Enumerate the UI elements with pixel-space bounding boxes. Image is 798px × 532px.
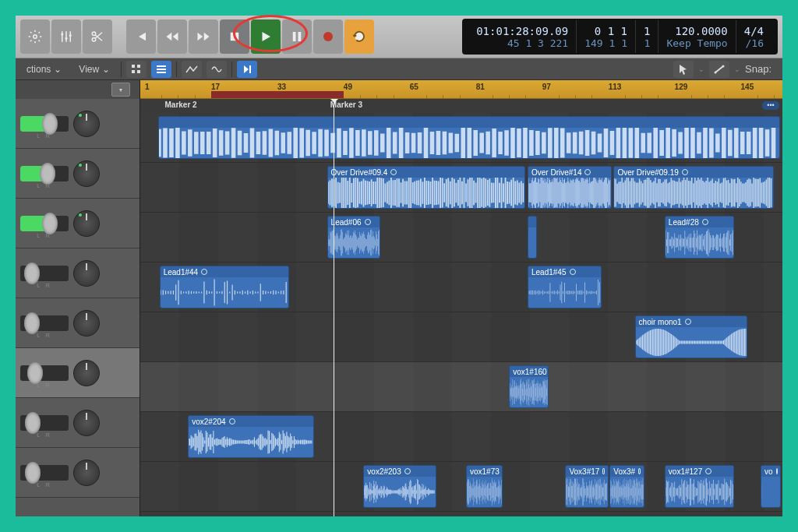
track-lane[interactable]: vox2#203vox1#73Vox3#17Vox3#vox1#127vo — [140, 462, 782, 512]
locator-top: 0 1 1 — [584, 25, 627, 37]
audio-region[interactable]: vox1#160 — [509, 365, 549, 408]
playhead[interactable] — [334, 99, 334, 516]
track-lane[interactable] — [140, 113, 782, 163]
track-lane[interactable]: vox2#204 — [140, 412, 782, 462]
ruler-tick: 33 — [277, 83, 286, 91]
audio-region[interactable] — [528, 216, 537, 259]
svg-rect-16 — [157, 72, 166, 73]
volume-fader[interactable] — [20, 415, 69, 431]
pointer-tool-icon[interactable] — [673, 61, 694, 78]
audio-region[interactable]: vo — [761, 465, 780, 508]
locator-bot: 149 1 1 — [584, 37, 627, 49]
svg-point-0 — [34, 35, 37, 39]
chevron-down-icon: ⌄ — [698, 65, 704, 73]
audio-region[interactable]: Over Drive#14 — [528, 166, 612, 209]
catch-playhead-icon[interactable] — [237, 61, 257, 78]
audio-region[interactable]: Lead1#45 — [528, 266, 602, 308]
arrange-area[interactable]: 1173349658197113129145 ••• Marker 2Marke… — [140, 80, 782, 516]
stop-button[interactable] — [220, 19, 249, 54]
audio-region[interactable]: vox2#203 — [363, 465, 436, 508]
mixer-icon[interactable] — [51, 19, 81, 54]
loop-icon — [685, 319, 691, 325]
rewind-button[interactable] — [157, 19, 187, 54]
audio-region[interactable]: Lead#28 — [665, 216, 734, 259]
forward-button[interactable] — [189, 19, 218, 54]
region-label: Lead1#44 — [164, 268, 199, 277]
volume-fader[interactable] — [20, 166, 69, 181]
tempo-value: 120.0000 — [666, 25, 727, 37]
functions-menu[interactable]: ctions⌄ — [20, 62, 68, 76]
scissors-icon[interactable] — [83, 19, 112, 54]
snap-menu[interactable]: Snap: — [745, 63, 778, 75]
pan-dial[interactable] — [73, 260, 100, 287]
pan-dial[interactable] — [73, 460, 100, 486]
chevron-down-icon: ⌄ — [734, 65, 740, 73]
volume-fader[interactable] — [20, 116, 69, 132]
pan-dial[interactable] — [73, 360, 100, 386]
track-lane[interactable]: Lead1#44Lead1#45 — [140, 262, 782, 312]
track-lane[interactable]: vox1#160 — [140, 362, 782, 412]
volume-fader[interactable] — [20, 266, 69, 281]
marker-lane[interactable]: ••• Marker 2Marker 3 — [140, 99, 782, 113]
pan-dial[interactable] — [73, 410, 100, 436]
audio-region[interactable]: Over Drive#09.4 — [327, 166, 526, 209]
view-menu[interactable]: View⌄ — [72, 62, 116, 76]
loop-icon — [390, 169, 397, 175]
flex-icon[interactable] — [207, 61, 227, 78]
audio-region[interactable]: choir mono1 — [635, 315, 747, 358]
ruler-tick: 1 — [145, 83, 150, 91]
volume-fader[interactable] — [20, 216, 69, 231]
loop-icon — [570, 269, 576, 275]
cycle-button[interactable] — [344, 19, 374, 54]
track-lane[interactable]: Over Drive#09.4Over Drive#14Over Drive#0… — [140, 163, 782, 213]
pause-button[interactable] — [282, 19, 312, 54]
cycle-range[interactable] — [211, 91, 344, 98]
audio-region[interactable] — [158, 116, 781, 159]
record-button[interactable] — [313, 19, 343, 54]
region-label: Over Drive#14 — [531, 168, 581, 177]
go-to-start-button[interactable] — [126, 19, 156, 54]
pan-dial[interactable] — [73, 111, 100, 137]
grid-view-icon[interactable] — [126, 61, 147, 78]
audio-region[interactable]: Vox3# — [609, 465, 644, 508]
audio-region[interactable]: Lead1#44 — [160, 266, 289, 308]
volume-fader[interactable] — [20, 465, 69, 481]
track-header[interactable]: L R — [16, 248, 139, 298]
track-lane[interactable]: Lead#06Lead#28 — [140, 213, 782, 262]
track-header[interactable]: L R — [16, 199, 139, 248]
track-lane[interactable]: choir mono1 — [140, 312, 782, 362]
track-header[interactable]: L R — [16, 99, 139, 149]
pan-dial[interactable] — [73, 310, 100, 336]
pan-dial[interactable] — [73, 160, 100, 187]
volume-fader[interactable] — [20, 365, 69, 381]
play-button[interactable] — [251, 19, 281, 54]
audio-region[interactable]: vox2#204 — [188, 415, 313, 458]
audio-region[interactable]: Vox3#17 — [565, 465, 608, 508]
svg-point-19 — [722, 65, 725, 67]
loop-icon — [776, 468, 778, 474]
loop-icon — [638, 468, 641, 474]
bar-position: 45 1 3 221 — [476, 37, 568, 49]
track-header[interactable]: L R — [16, 298, 139, 348]
track-header[interactable]: L R — [16, 348, 139, 398]
track-header[interactable]: L R — [16, 149, 139, 199]
track-header[interactable]: L R — [16, 398, 139, 448]
marker[interactable]: Marker 2 — [164, 100, 196, 109]
more-markers-icon[interactable]: ••• — [762, 101, 779, 110]
pan-dial[interactable] — [73, 210, 100, 237]
audio-region[interactable]: Over Drive#09.19 — [613, 166, 774, 209]
loop-icon — [682, 169, 688, 175]
lcd-display[interactable]: 01:01:28:09.0945 1 3 221 0 1 1149 1 1 11… — [462, 19, 778, 55]
track-header[interactable]: L R — [16, 448, 139, 498]
audio-region[interactable]: Lead#06 — [327, 216, 380, 259]
audio-region[interactable]: vox1#73 — [466, 465, 503, 508]
automation-icon[interactable] — [182, 61, 202, 78]
bar-ruler[interactable]: 1173349658197113129145 — [140, 80, 782, 99]
audio-region[interactable]: vox1#127 — [665, 465, 734, 508]
marquee-tool-icon[interactable] — [709, 61, 729, 78]
track-header-menu-icon[interactable]: ▾ — [111, 83, 130, 97]
volume-fader[interactable] — [20, 315, 69, 331]
list-view-icon[interactable] — [151, 61, 171, 78]
pan-label: L R — [20, 283, 69, 288]
settings-icon[interactable] — [20, 19, 50, 54]
